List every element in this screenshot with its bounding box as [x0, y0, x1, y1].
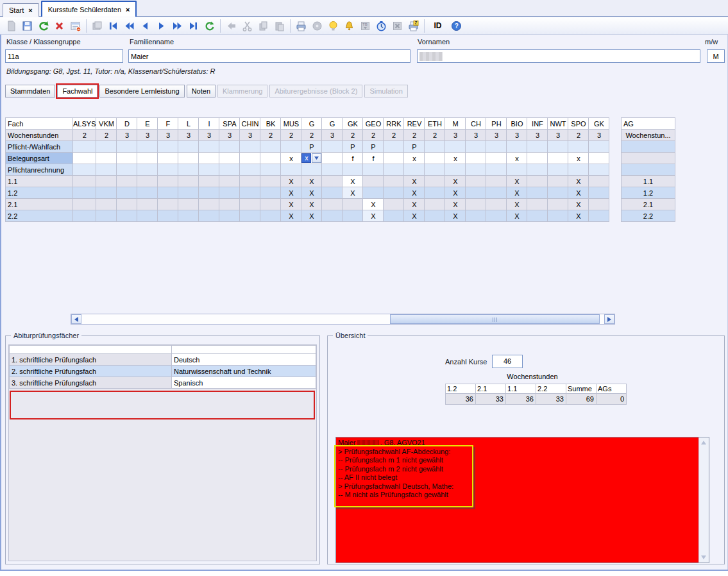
grid-cell[interactable] [527, 210, 548, 222]
grid-cell[interactable] [589, 153, 609, 164]
grid-cell[interactable] [466, 153, 486, 164]
grid-cell[interactable] [96, 210, 117, 222]
grid-cell[interactable]: X [363, 210, 384, 222]
grid-cell[interactable] [178, 141, 199, 153]
grid-cell[interactable]: X [404, 176, 425, 187]
fachwahl-grid[interactable]: FachALSYSVKMDEFLISPACHINBKMUSGGGKGEORRKR… [5, 117, 609, 222]
grid-cell[interactable] [466, 141, 486, 153]
grid-cell[interactable] [178, 164, 199, 176]
grid-cell[interactable] [260, 210, 281, 222]
grid-cell[interactable]: X [281, 187, 301, 199]
grid-cell[interactable]: x [445, 153, 466, 164]
subtab-stammdaten[interactable]: Stammdaten [5, 85, 55, 97]
grid-cell[interactable] [260, 141, 281, 153]
grid-cell[interactable] [240, 210, 260, 222]
grid-cell[interactable] [384, 187, 404, 199]
grid-cell[interactable] [158, 199, 178, 210]
grid-cell[interactable] [158, 164, 178, 176]
grid-cell[interactable] [322, 199, 343, 210]
print-button[interactable] [293, 19, 309, 33]
grid-cell[interactable] [363, 176, 384, 187]
familienname-input[interactable] [128, 49, 411, 63]
grid-cell[interactable] [322, 141, 343, 153]
grid-cell[interactable] [73, 141, 96, 153]
grid-cell[interactable]: 3 [486, 130, 507, 141]
grid-cell[interactable]: X [568, 176, 589, 187]
grid-cell-editor[interactable]: x [301, 153, 322, 164]
grid-cell[interactable] [322, 164, 343, 176]
grid-cell[interactable] [527, 187, 548, 199]
grid-cell[interactable]: 3 [158, 130, 178, 141]
fast-prev-button[interactable] [121, 19, 137, 33]
klasse-input[interactable] [5, 49, 123, 63]
grid-cell[interactable] [281, 141, 301, 153]
grid-cell[interactable] [322, 176, 343, 187]
grid-cell[interactable]: P [301, 141, 322, 153]
grid-cell[interactable] [199, 141, 219, 153]
grid-cell[interactable] [117, 153, 137, 164]
grid-cell[interactable] [199, 153, 219, 164]
grid-cell[interactable]: X [507, 176, 527, 187]
grid-cell[interactable]: 2 [568, 130, 589, 141]
grid-cell[interactable] [219, 176, 240, 187]
grid-cell[interactable] [466, 210, 486, 222]
grid-cell[interactable] [158, 210, 178, 222]
grid-cell[interactable] [384, 210, 404, 222]
grid-cell[interactable] [199, 199, 219, 210]
grid-cell[interactable] [527, 199, 548, 210]
grid-cell[interactable] [466, 199, 486, 210]
ag-cell[interactable]: 1.1 [622, 176, 675, 187]
grid-cell[interactable]: 2 [301, 130, 322, 141]
grid-cell[interactable] [260, 187, 281, 199]
grid-cell[interactable] [322, 210, 343, 222]
ag-cell[interactable] [622, 153, 675, 164]
fast-next-button[interactable] [169, 19, 185, 33]
notify-button[interactable] [341, 19, 357, 33]
ag-cell[interactable] [622, 141, 675, 153]
grid-cell[interactable] [425, 176, 445, 187]
grid-cell[interactable] [73, 164, 96, 176]
grid-cell[interactable] [548, 210, 568, 222]
grid-cell[interactable] [240, 153, 260, 164]
grid-cell[interactable] [425, 199, 445, 210]
cell-dropdown-button[interactable] [312, 153, 321, 163]
grid-cell[interactable] [117, 164, 137, 176]
grid-cell[interactable]: x [281, 153, 301, 164]
grid-cell[interactable]: 2 [425, 130, 445, 141]
grid-cell[interactable] [240, 164, 260, 176]
grid-cell[interactable] [219, 153, 240, 164]
refresh-button[interactable] [201, 19, 217, 33]
grid-cell[interactable] [301, 164, 322, 176]
grid-cell[interactable] [589, 141, 609, 153]
grid-cell[interactable]: X [568, 210, 589, 222]
grid-cell[interactable] [260, 164, 281, 176]
grid-cell[interactable]: X [363, 199, 384, 210]
grid-cell[interactable]: X [445, 176, 466, 187]
grid-cell[interactable] [199, 176, 219, 187]
grid-cell[interactable] [589, 187, 609, 199]
grid-cell[interactable]: 2 [343, 130, 363, 141]
grid-cell[interactable]: X [281, 210, 301, 222]
grid-cell[interactable] [363, 187, 384, 199]
timer-button[interactable] [373, 19, 389, 33]
grid-cell[interactable] [445, 141, 466, 153]
grid-cell[interactable] [73, 187, 96, 199]
delete-button[interactable] [51, 19, 67, 33]
grid-cell[interactable]: 3 [507, 130, 527, 141]
first-record-button[interactable] [105, 19, 121, 33]
grid-cell[interactable] [137, 141, 158, 153]
grid-cell[interactable] [589, 176, 609, 187]
grid-cell[interactable] [486, 210, 507, 222]
help-button[interactable]: ? [448, 19, 464, 33]
tab-kursstufe-schuelerdaten[interactable]: Kursstufe Schülerdaten × [41, 1, 137, 17]
grid-cell[interactable]: X [507, 187, 527, 199]
grid-cell[interactable] [219, 164, 240, 176]
grid-cell[interactable]: X [301, 176, 322, 187]
grid-cell[interactable] [96, 176, 117, 187]
tab-start[interactable]: Start × [3, 3, 39, 17]
grid-cell[interactable] [425, 164, 445, 176]
grid-cell[interactable]: P [343, 141, 363, 153]
grid-cell[interactable] [219, 199, 240, 210]
ag-cell[interactable]: 2.2 [622, 210, 675, 222]
subtab-fachwahl[interactable]: Fachwahl [57, 85, 97, 97]
